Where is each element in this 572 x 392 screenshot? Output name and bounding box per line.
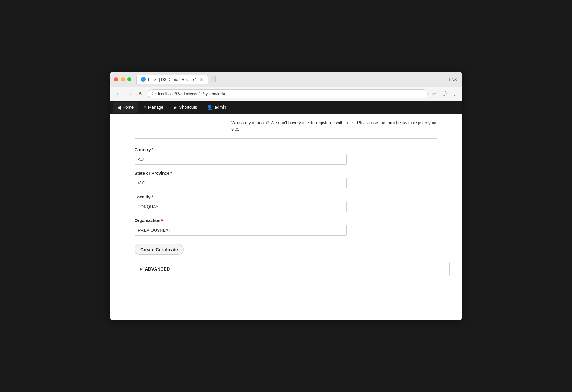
organization-input[interactable]: [135, 225, 347, 236]
browser-window: L Lockr | DS Demo - Recipe 1 ✕ ⬜ PNX ← →…: [110, 72, 462, 320]
minimize-window-button[interactable]: [121, 77, 125, 81]
locality-input[interactable]: [135, 201, 347, 212]
intro-text: Who are you again? We don't have your si…: [135, 114, 437, 138]
manage-icon: ≡: [143, 105, 146, 110]
close-window-button[interactable]: [114, 77, 118, 81]
home-icon: ◀: [117, 105, 121, 110]
user-icon: 👤: [207, 105, 213, 110]
window-controls: [114, 77, 131, 81]
admin-navigation: ◀ Home ≡ Manage ★ Shortcuts 👤 admin: [110, 101, 462, 114]
advanced-label: ADVANCED: [145, 267, 170, 271]
nav-manage[interactable]: ≡ Manage: [139, 102, 168, 112]
new-tab-button[interactable]: ⬜: [208, 75, 218, 84]
nav-shortcuts-label: Shortcuts: [179, 105, 197, 110]
reload-button[interactable]: ↻: [137, 90, 145, 98]
info-icon: ⓘ: [152, 91, 156, 96]
required-indicator: *: [161, 218, 163, 223]
nav-admin-label: admin: [215, 105, 226, 110]
organization-label: Organization*: [135, 218, 437, 223]
forward-button[interactable]: →: [125, 90, 134, 98]
create-certificate-button[interactable]: Create Certificate: [135, 244, 184, 255]
section-divider: [135, 138, 437, 139]
url-bar[interactable]: ⓘ localhost:82/admin/config/system/lockr: [148, 89, 428, 98]
country-label: Country*: [135, 147, 437, 152]
nav-home[interactable]: ◀ Home: [113, 102, 138, 113]
country-input[interactable]: [135, 154, 347, 165]
tab-title: Lockr | DS Demo - Recipe 1: [148, 77, 197, 82]
state-label: State or Province*: [135, 171, 437, 176]
triangle-icon: ▶: [140, 267, 143, 271]
bookmark-button[interactable]: ☆: [431, 90, 437, 98]
nav-home-label: Home: [122, 105, 134, 110]
required-indicator: *: [170, 171, 172, 176]
locality-field-group: Locality*: [135, 194, 437, 212]
advanced-toggle[interactable]: ▶ ADVANCED: [135, 262, 449, 276]
more-button[interactable]: ⋮: [451, 90, 458, 98]
state-field-group: State or Province*: [135, 171, 437, 188]
info-button[interactable]: ⓘ: [441, 89, 448, 98]
required-indicator: *: [152, 147, 153, 152]
tab-bar: L Lockr | DS Demo - Recipe 1 ✕ ⬜: [136, 75, 458, 84]
tab-favicon: L: [141, 77, 146, 82]
maximize-window-button[interactable]: [127, 77, 131, 81]
pnx-label: PNX: [449, 77, 457, 81]
nav-shortcuts[interactable]: ★ Shortcuts: [169, 102, 201, 113]
country-field-group: Country*: [135, 147, 437, 165]
tab-close-button[interactable]: ✕: [200, 77, 203, 82]
back-button[interactable]: ←: [114, 90, 122, 98]
state-input[interactable]: [135, 178, 347, 188]
address-bar: ← → ↻ ⓘ localhost:82/admin/config/system…: [110, 87, 462, 101]
url-text: localhost:82/admin/config/system/lockr: [158, 91, 423, 96]
required-indicator: *: [151, 194, 153, 199]
advanced-section: ▶ ADVANCED: [135, 262, 450, 276]
star-icon: ★: [173, 105, 177, 110]
browser-tab[interactable]: L Lockr | DS Demo - Recipe 1 ✕: [136, 75, 208, 84]
browser-actions: ☆ ⓘ ⋮: [431, 89, 458, 98]
nav-manage-label: Manage: [148, 105, 164, 110]
organization-field-group: Organization*: [135, 218, 437, 236]
title-bar: L Lockr | DS Demo - Recipe 1 ✕ ⬜ PNX: [110, 72, 462, 87]
main-content: Who are you again? We don't have your si…: [110, 114, 462, 320]
locality-label: Locality*: [135, 194, 437, 199]
nav-admin[interactable]: 👤 admin: [202, 102, 230, 113]
